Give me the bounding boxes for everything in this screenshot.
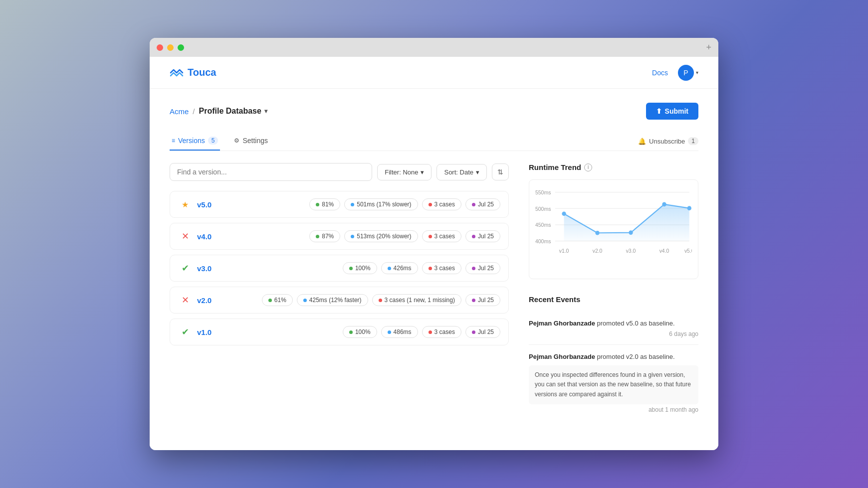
runtime-dot: [351, 235, 354, 238]
submit-label: Submit: [665, 107, 688, 115]
date-badge: Jul 25: [465, 198, 500, 210]
event-author: Pejman Ghorbanzade: [529, 353, 595, 360]
runtime-badge: 486ms: [381, 326, 418, 338]
user-menu[interactable]: P ▾: [678, 65, 698, 81]
date-badge: Jul 25: [465, 262, 500, 274]
breadcrumb-current[interactable]: Profile Database ▾: [199, 107, 267, 116]
event-item: Pejman Ghorbanzade promoted v2.0 as base…: [529, 345, 698, 420]
sort-order-icon: ⇅: [497, 168, 503, 176]
version-icon: ✕: [178, 295, 192, 306]
runtime-trend-chart: 550ms 500ms 450ms 400ms: [529, 179, 698, 279]
chevron-down-icon: ▾: [696, 70, 698, 75]
cases-badge: 3 cases: [422, 326, 461, 338]
breadcrumb-parent[interactable]: Acme: [170, 107, 189, 116]
events-list: Pejman Ghorbanzade promoted v5.0 as base…: [529, 312, 698, 420]
version-icon: ✔: [178, 263, 192, 274]
version-row[interactable]: ✕ v4.0 87% 513ms (20% slower) 3 cases Ju…: [170, 223, 509, 250]
runtime-badge: 426ms: [381, 262, 418, 274]
cases-badge: 3 cases: [422, 230, 461, 242]
runtime-dot: [388, 267, 391, 270]
docs-link[interactable]: Docs: [652, 69, 668, 77]
avatar: P: [678, 65, 694, 81]
percent-badge: 81%: [309, 198, 340, 210]
runtime-trend-info-icon[interactable]: i: [584, 163, 592, 171]
runtime-dot: [351, 203, 354, 206]
version-row[interactable]: ✔ v3.0 100% 426ms 3 cases Jul 25: [170, 255, 509, 282]
submit-button[interactable]: ⬆ Submit: [646, 103, 698, 120]
svg-text:v2.0: v2.0: [593, 248, 603, 254]
version-name: v3.0: [197, 264, 222, 273]
version-badges: 100% 486ms 3 cases Jul 25: [343, 326, 500, 338]
date-dot: [472, 203, 475, 206]
minimize-button[interactable]: [167, 44, 174, 51]
version-icon: ★: [178, 200, 192, 209]
version-row[interactable]: ✕ v2.0 61% 425ms (12% faster) 3 cases (1…: [170, 287, 509, 314]
version-name: v5.0: [197, 200, 222, 209]
version-row[interactable]: ✔ v1.0 100% 486ms 3 cases Jul 25: [170, 319, 509, 345]
tab-settings[interactable]: ⚙ Settings: [232, 132, 270, 151]
sort-button[interactable]: Sort: Date ▾: [436, 164, 487, 180]
header-right: Docs P ▾: [652, 65, 698, 81]
header: Touca Docs P ▾: [150, 57, 718, 89]
breadcrumb-dropdown-icon: ▾: [264, 108, 267, 115]
cases-dot: [429, 330, 432, 334]
svg-text:v3.0: v3.0: [626, 248, 636, 254]
version-icon: ✕: [178, 231, 192, 242]
right-panel: Runtime Trend i 550ms 500ms 450ms 400ms: [529, 163, 698, 436]
date-badge: Jul 25: [465, 294, 500, 306]
recent-events-title: Recent Events: [529, 295, 698, 304]
cases-dot: [379, 299, 382, 302]
tab-versions[interactable]: ≡ Versions 5: [170, 132, 220, 151]
close-button[interactable]: [157, 44, 163, 51]
cases-badge: 3 cases: [422, 262, 461, 274]
unsubscribe-label: Unsubscribe: [649, 138, 685, 145]
svg-point-12: [662, 202, 666, 207]
event-author: Pejman Ghorbanzade: [529, 320, 595, 327]
percent-dot: [268, 299, 272, 302]
filter-label: Filter: None: [385, 168, 418, 176]
cases-badge: 3 cases (1 new, 1 missing): [372, 294, 461, 306]
logo-text: Touca: [188, 67, 216, 78]
new-tab-button[interactable]: +: [706, 42, 711, 53]
percent-badge: 100%: [343, 262, 377, 274]
logo: Touca: [170, 67, 216, 78]
svg-text:400ms: 400ms: [535, 238, 551, 244]
svg-text:v5.0: v5.0: [684, 248, 692, 254]
sort-order-button[interactable]: ⇅: [492, 163, 509, 180]
sort-label: Sort: Date: [444, 168, 473, 176]
percent-dot: [316, 203, 319, 206]
submit-upload-icon: ⬆: [656, 107, 662, 115]
version-badges: 61% 425ms (12% faster) 3 cases (1 new, 1…: [262, 294, 500, 306]
svg-marker-8: [564, 204, 689, 241]
percent-badge: 87%: [309, 230, 340, 242]
percent-dot: [349, 330, 353, 334]
sort-chevron-icon: ▾: [476, 168, 479, 176]
event-time: 6 days ago: [529, 330, 698, 337]
event-text: Pejman Ghorbanzade promoted v5.0 as base…: [529, 319, 698, 328]
unsubscribe-button[interactable]: 🔔 Unsubscribe 1: [638, 137, 698, 145]
date-dot: [472, 267, 475, 270]
maximize-button[interactable]: [178, 44, 184, 51]
error-icon: ✕: [182, 231, 189, 242]
breadcrumb-separator: /: [193, 107, 195, 116]
runtime-badge: 513ms (20% slower): [344, 230, 418, 242]
date-dot: [472, 235, 475, 238]
cases-dot: [429, 267, 432, 270]
version-row[interactable]: ★ v5.0 81% 501ms (17% slower) 3 cases Ju…: [170, 191, 509, 218]
breadcrumb-current-label: Profile Database: [199, 107, 261, 116]
svg-point-9: [562, 212, 566, 216]
date-dot: [472, 330, 475, 334]
titlebar: +: [150, 38, 718, 57]
percent-badge: 61%: [262, 294, 293, 306]
error-icon: ✕: [182, 295, 189, 306]
left-panel: Filter: None ▾ Sort: Date ▾ ⇅ ★ v5.0: [170, 163, 509, 436]
percent-badge: 100%: [343, 326, 377, 338]
page-content: Acme / Profile Database ▾ ⬆ Submit ≡ Ver…: [150, 89, 718, 450]
version-icon: ✔: [178, 326, 192, 337]
cases-dot: [429, 235, 432, 238]
version-name: v4.0: [197, 232, 222, 241]
filter-button[interactable]: Filter: None ▾: [377, 164, 432, 180]
runtime-trend-title: Runtime Trend i: [529, 163, 698, 171]
main-layout: Filter: None ▾ Sort: Date ▾ ⇅ ★ v5.0: [170, 163, 698, 436]
search-input[interactable]: [170, 163, 372, 181]
